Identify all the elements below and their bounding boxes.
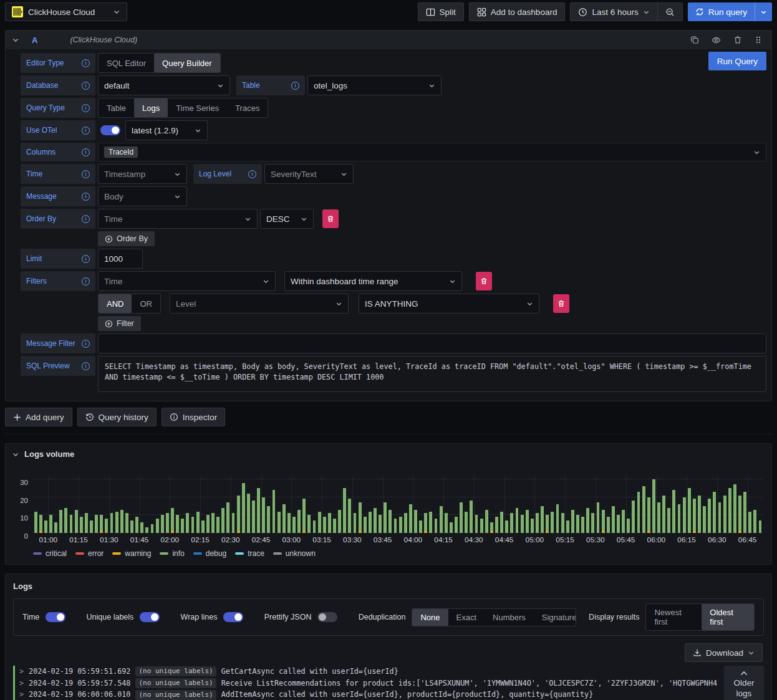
expand-row-icon[interactable]: > <box>19 689 24 700</box>
run-query-dropdown-button[interactable] <box>755 2 772 21</box>
drag-handle-icon[interactable] <box>751 36 765 44</box>
database-select[interactable]: default <box>98 75 230 95</box>
add-order-by-button[interactable]: Order By <box>98 231 155 246</box>
volume-bar <box>591 513 594 533</box>
filter-field-select[interactable]: Time <box>98 271 276 291</box>
otel-version-select[interactable]: latest (1.2.9) <box>125 120 208 140</box>
info-icon[interactable]: i <box>82 277 90 285</box>
editor-type-query-builder[interactable]: Query Builder <box>154 54 220 72</box>
split-button[interactable]: Split <box>418 2 464 21</box>
zoom-out-button[interactable] <box>658 2 683 21</box>
time-column-select[interactable]: Timestamp <box>98 164 187 184</box>
table-select[interactable]: otel_logs <box>307 75 442 95</box>
prettify-json-toggle[interactable] <box>317 612 337 622</box>
collapse-chevron-icon[interactable] <box>12 36 19 44</box>
expand-row-icon[interactable]: > <box>19 666 24 678</box>
volume-bar <box>287 513 291 533</box>
inspector-button[interactable]: Inspector <box>162 408 226 426</box>
filter2-field-select[interactable]: Level <box>170 294 349 314</box>
dedup-exact[interactable]: Exact <box>448 609 485 626</box>
dedup-numbers[interactable]: Numbers <box>485 609 534 626</box>
collapse-chevron-icon[interactable] <box>12 451 19 458</box>
wrap-lines-toggle[interactable] <box>223 612 243 622</box>
query-type-logs[interactable]: Logs <box>134 98 168 117</box>
legend-item-debug[interactable]: debug <box>193 549 226 558</box>
panel-run-query-button[interactable]: Run Query <box>708 52 766 70</box>
delete-query-trash-icon[interactable] <box>730 36 745 44</box>
log-row[interactable]: >2024-02-19 05:59:51.692(no unique label… <box>13 666 719 678</box>
volume-bar <box>581 517 584 533</box>
query-type-table[interactable]: Table <box>99 98 134 117</box>
logs-volume-chart[interactable] <box>33 476 763 533</box>
message-filter-label: Message Filteri <box>21 333 95 353</box>
add-filter-button[interactable]: Filter <box>98 316 141 331</box>
order-by-field-select[interactable]: Time <box>98 209 258 229</box>
limit-input[interactable] <box>98 249 143 269</box>
log-level-select[interactable]: SeverityText <box>264 164 354 184</box>
info-icon[interactable]: i <box>82 59 90 67</box>
info-icon[interactable]: i <box>82 127 90 135</box>
run-query-button[interactable]: Run query <box>688 2 755 21</box>
log-row[interactable]: >2024-02-19 06:00:06.010(no unique label… <box>13 689 719 700</box>
info-icon[interactable]: i <box>82 255 90 263</box>
query-row-a: A (ClickHouse Cloud) Run Query Editor Ty… <box>5 30 772 401</box>
duplicate-query-icon[interactable] <box>687 36 702 44</box>
remove-order-by-button[interactable] <box>322 209 339 228</box>
dedup-signature[interactable]: Signature <box>534 609 576 626</box>
hide-query-eye-icon[interactable] <box>708 36 724 45</box>
legend-item-warning[interactable]: warning <box>112 549 151 558</box>
info-icon[interactable]: i <box>82 170 90 178</box>
info-icon[interactable]: i <box>82 340 90 348</box>
info-icon[interactable]: i <box>82 148 90 156</box>
dedup-none[interactable]: None <box>412 609 448 626</box>
column-chip[interactable]: TraceId <box>104 146 138 158</box>
log-row[interactable]: >2024-02-19 05:59:57.548(no unique label… <box>13 678 719 689</box>
logs-volume-header[interactable]: Logs volume <box>6 444 771 464</box>
history-icon <box>85 413 94 421</box>
info-icon[interactable]: i <box>82 215 90 223</box>
query-row-header[interactable]: A (ClickHouse Cloud) <box>6 31 771 49</box>
expand-row-icon[interactable]: > <box>19 678 24 689</box>
filter-operator-select[interactable]: Within dashboard time range <box>284 271 462 291</box>
editor-type-sql-editor[interactable]: SQL Editor <box>99 54 154 72</box>
order-by-direction-select[interactable]: DESC <box>260 209 314 229</box>
conjunction-or[interactable]: OR <box>132 294 160 313</box>
datasource-picker[interactable]: ClickHouse Cloud <box>5 2 127 21</box>
download-button[interactable]: Download <box>685 643 763 662</box>
volume-bar <box>313 520 316 533</box>
display-oldest-first[interactable]: Oldest first <box>702 604 754 630</box>
info-icon[interactable]: i <box>82 104 90 112</box>
message-filter-input[interactable] <box>98 333 766 353</box>
unique-labels-toggle[interactable] <box>140 612 160 622</box>
datasource-name: ClickHouse Cloud <box>28 7 108 17</box>
plus-circle-icon <box>105 235 113 243</box>
query-type-traces[interactable]: Traces <box>227 98 268 117</box>
query-history-button[interactable]: Query history <box>77 408 157 426</box>
info-icon[interactable]: i <box>248 170 256 178</box>
info-icon[interactable]: i <box>82 193 90 201</box>
display-newest-first[interactable]: Newest first <box>646 604 702 630</box>
x-tick-label: 01:45 <box>130 535 149 544</box>
legend-item-trace[interactable]: trace <box>235 549 264 558</box>
info-icon[interactable]: i <box>291 82 299 90</box>
legend-item-critical[interactable]: critical <box>33 549 67 558</box>
info-icon[interactable]: i <box>82 82 90 90</box>
legend-item-error[interactable]: error <box>75 549 104 558</box>
time-toggle[interactable] <box>46 612 65 622</box>
remove-filter2-button[interactable] <box>553 294 569 313</box>
older-logs-button[interactable]: Older logs <box>724 666 764 700</box>
query-type-time-series[interactable]: Time Series <box>168 98 227 117</box>
add-query-button[interactable]: Add query <box>5 408 72 426</box>
columns-multiselect[interactable]: TraceId <box>98 143 766 161</box>
remove-filter-button[interactable] <box>476 272 492 290</box>
message-column-select[interactable]: Body <box>98 186 187 206</box>
add-to-dashboard-button[interactable]: Add to dashboard <box>469 2 566 21</box>
use-otel-toggle[interactable] <box>100 125 120 135</box>
legend-item-info[interactable]: info <box>160 549 184 558</box>
dashboard-grid-icon <box>477 7 486 17</box>
info-icon[interactable]: i <box>82 362 90 370</box>
time-range-button[interactable]: Last 6 hours <box>570 2 657 21</box>
conjunction-and[interactable]: AND <box>99 294 132 313</box>
legend-item-unknown[interactable]: unknown <box>273 549 316 558</box>
filter2-operator-select[interactable]: IS ANYTHING <box>359 294 539 314</box>
